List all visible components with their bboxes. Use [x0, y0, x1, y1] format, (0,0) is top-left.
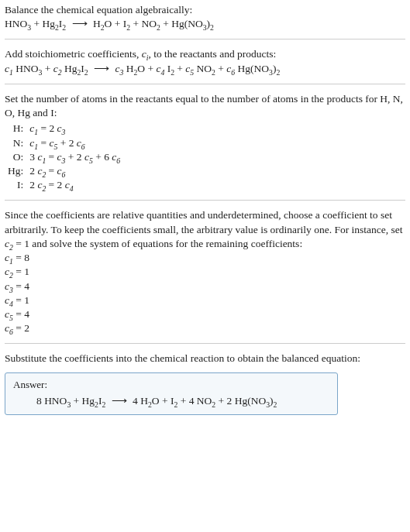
- subst-block: Substitute the coefficients into the che…: [5, 352, 405, 415]
- plus: +: [162, 395, 171, 407]
- c6s: 6: [231, 67, 235, 76]
- r2: Hg2I2: [82, 395, 106, 407]
- atom-equation: 2 c2 = c6: [26, 164, 123, 178]
- coef-value: c3 = 4: [5, 280, 405, 293]
- atom-label: O:: [5, 150, 26, 164]
- subst-text: Substitute the coefficients into the che…: [5, 352, 405, 366]
- arrow-icon: ⟶: [91, 63, 112, 74]
- c3s: 3: [119, 67, 123, 76]
- plus: +: [115, 18, 123, 29]
- plus: +: [147, 63, 156, 74]
- divider: [5, 343, 405, 344]
- plus: +: [219, 395, 227, 407]
- intro-block: Balance the chemical equation algebraica…: [5, 3, 405, 31]
- r1: HNO3: [16, 63, 42, 74]
- atom-label: I:: [5, 178, 26, 192]
- plus: +: [218, 63, 226, 74]
- p4: Hg(NO3)2: [235, 395, 277, 407]
- stoich-text: Add stoichiometric coefficients, ci, to …: [5, 47, 405, 61]
- product-2: I2: [123, 18, 130, 29]
- r1: HNO3: [44, 395, 71, 407]
- reactant-2: Hg2I2: [42, 18, 66, 29]
- p1: H2O: [126, 63, 145, 74]
- stoich-block: Add stoichiometric coefficients, ci, to …: [5, 47, 405, 75]
- stoich-text-a: Add stoichiometric coefficients,: [5, 48, 142, 60]
- p2a-sub: 2: [126, 23, 130, 32]
- coef-value: c4 = 1: [5, 293, 405, 307]
- solved-list: c1 = 8c2 = 1c3 = 4c4 = 1c5 = 4c6 = 2: [5, 251, 405, 335]
- product-4: Hg(NO3)2: [171, 18, 214, 29]
- divider: [5, 200, 405, 201]
- choose-text-b: = 1 and solve the system of equations fo…: [13, 238, 302, 249]
- atom-row: O:3 c1 = c3 + 2 c5 + 6 c6: [5, 150, 123, 164]
- c4s: 4: [160, 67, 164, 76]
- divider: [5, 84, 405, 84]
- balanced-equation: 8 HNO3 + Hg2I2 ⟶ 4 H2O + I2 + 4 NO2 + 2 …: [13, 394, 329, 408]
- stoich-equation: c1 HNO3 + c2 Hg2I2 ⟶ c3 H2O + c4 I2 + c5…: [5, 62, 405, 76]
- p4: Hg(NO3)2: [238, 63, 281, 74]
- unbalanced-equation: HNO3 + Hg2I2 ⟶ H2O + I2 + NO2 + Hg(NO3)2: [5, 17, 405, 31]
- answer-box: Answer: 8 HNO3 + Hg2I2 ⟶ 4 H2O + I2 + 4 …: [5, 372, 338, 416]
- plus: +: [74, 395, 82, 407]
- coef-4a: 4: [133, 395, 140, 407]
- coef-value: c5 = 4: [5, 307, 405, 321]
- plus: +: [177, 63, 185, 74]
- r1-base: HNO: [5, 18, 27, 29]
- coef-8: 8: [36, 395, 44, 407]
- c5s: 5: [190, 67, 194, 76]
- coef-value: c6 = 2: [5, 321, 405, 335]
- coef-value: c2 = 1: [5, 265, 405, 279]
- r1-sub: 3: [27, 23, 31, 32]
- product-1: H2O: [93, 18, 112, 29]
- choose-text-a: Since the coefficients are relative quan…: [5, 209, 403, 235]
- atom-balance-table: H:c1 = 2 c3N:c1 = c5 + 2 c6O:3 c1 = c3 +…: [5, 122, 123, 192]
- atom-row: N:c1 = c5 + 2 c6: [5, 136, 123, 150]
- choose-block: Since the coefficients are relative quan…: [5, 208, 405, 335]
- plus: +: [33, 18, 42, 29]
- choose-coef: c2: [5, 238, 13, 249]
- product-3: NO2: [141, 18, 160, 29]
- coef-2: 2: [227, 395, 235, 407]
- atom-equation: 2 c2 = 2 c4: [26, 178, 123, 192]
- p2: I2: [171, 395, 177, 407]
- arrow-icon: ⟶: [109, 395, 130, 407]
- p3: NO2: [197, 63, 215, 74]
- choose-text: Since the coefficients are relative quan…: [5, 208, 405, 251]
- p3a-sub: 2: [157, 23, 160, 32]
- atom-balance-text: Set the number of atoms in the reactants…: [5, 92, 405, 120]
- p1a: H: [93, 18, 101, 29]
- p4a: Hg(NO: [171, 18, 203, 29]
- atom-equation: c1 = c5 + 2 c6: [26, 136, 123, 150]
- p1: H2O: [140, 395, 159, 407]
- p4b-sub: 2: [210, 23, 214, 32]
- r2a: Hg: [42, 18, 55, 29]
- plus: +: [163, 18, 171, 29]
- atom-balance-block: Set the number of atoms in the reactants…: [5, 92, 405, 193]
- stoich-text-b: , to the reactants and products:: [148, 48, 276, 60]
- plus: +: [45, 63, 53, 74]
- answer-label: Answer:: [13, 378, 329, 392]
- divider: [5, 39, 405, 39]
- arrow-icon: ⟶: [69, 18, 91, 29]
- atom-row: I:2 c2 = 2 c4: [5, 178, 123, 192]
- reactant-1: HNO3: [5, 18, 31, 29]
- atom-equation: 3 c1 = c3 + 2 c5 + 6 c6: [26, 150, 123, 164]
- atom-row: Hg:2 c2 = c6: [5, 164, 123, 178]
- r2: Hg2I2: [64, 63, 88, 74]
- atom-equation: c1 = 2 c3: [26, 122, 123, 136]
- r2b-sub: 2: [62, 23, 66, 32]
- coef-value: c1 = 8: [5, 251, 405, 265]
- coef-4b: 4: [189, 395, 197, 407]
- plus: +: [133, 18, 141, 29]
- atom-label: H:: [5, 122, 26, 136]
- plus: +: [181, 395, 189, 407]
- p2: I2: [167, 63, 174, 74]
- p3a: NO: [141, 18, 157, 29]
- atom-label: Hg:: [5, 164, 26, 178]
- p3: NO2: [197, 395, 215, 407]
- atom-row: H:c1 = 2 c3: [5, 122, 123, 136]
- c1s: 1: [9, 67, 13, 76]
- atom-label: N:: [5, 136, 26, 150]
- c2s: 2: [58, 67, 62, 76]
- intro-text: Balance the chemical equation algebraica…: [5, 3, 405, 17]
